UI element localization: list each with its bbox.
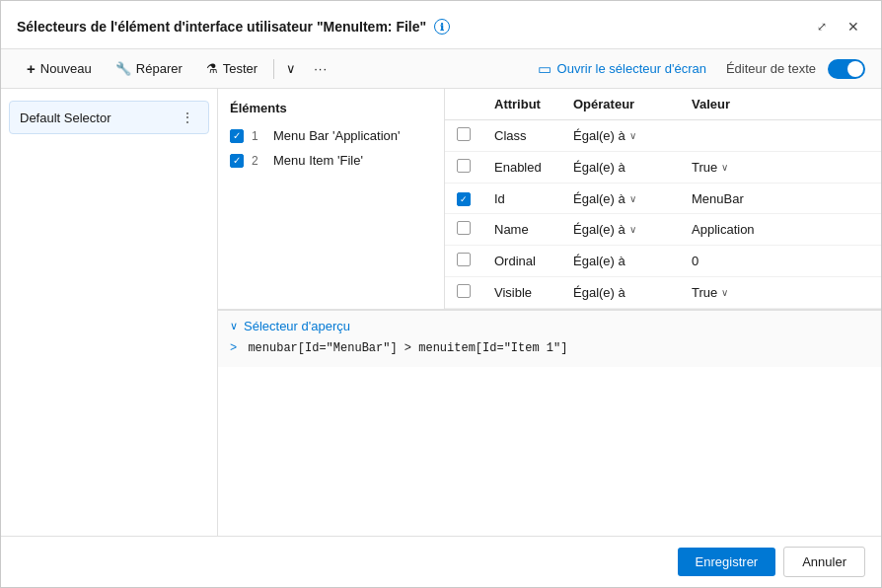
elements-panel: Éléments 1 Menu Bar 'Application' 2 Menu… <box>218 89 881 310</box>
element-2-checkbox[interactable] <box>230 154 244 168</box>
element-1-checkbox[interactable] <box>230 129 244 143</box>
preview-selector: > menubar[Id="MenuBar"] > menuitem[Id="I… <box>230 337 869 359</box>
id-operator-chevron-icon: ∨ <box>629 193 636 204</box>
name-check-cell <box>445 214 482 246</box>
visible-value-chevron-icon: ∨ <box>721 287 728 298</box>
name-operator-chevron-icon: ∨ <box>629 224 636 235</box>
visible-checkbox[interactable] <box>457 284 471 298</box>
name-value-cell: Application <box>680 214 881 246</box>
enabled-operator-select[interactable]: Égal(e) à <box>573 160 668 175</box>
main-content: Default Selector ⋮ Éléments 1 Menu Bar '… <box>1 89 881 536</box>
ordinal-value-cell: 0 <box>680 246 881 277</box>
repair-label: Réparer <box>136 61 183 76</box>
enabled-name-cell: Enabled <box>482 152 561 184</box>
title-bar-right: ⤢ ✕ <box>810 15 865 38</box>
visible-operator-cell[interactable]: Égal(e) à <box>561 277 680 309</box>
new-button[interactable]: + Nouveau <box>17 55 102 82</box>
list-item[interactable]: 1 Menu Bar 'Application' <box>218 123 444 148</box>
table-row: Id Égal(e) à ∨ MenuBar <box>445 184 881 214</box>
name-operator-select[interactable]: Égal(e) à ∨ <box>573 222 668 237</box>
cancel-button[interactable]: Annuler <box>783 547 865 577</box>
visible-operator-select[interactable]: Égal(e) à <box>573 285 668 300</box>
selector-more-button[interactable]: ⋮ <box>177 108 198 127</box>
table-row: Class Égal(e) à ∨ <box>445 120 881 152</box>
screen-selector-label: Ouvrir le sélecteur d'écran <box>557 61 706 76</box>
id-value-cell: MenuBar <box>680 184 881 214</box>
attr-name-col-header: Attribut <box>482 89 561 120</box>
dropdown-button[interactable]: ∨ <box>280 56 302 81</box>
enabled-value-chevron-icon: ∨ <box>721 162 728 173</box>
ordinal-operator-select[interactable]: Égal(e) à <box>573 254 668 268</box>
name-operator-cell[interactable]: Égal(e) à ∨ <box>561 214 680 246</box>
default-selector-item[interactable]: Default Selector ⋮ <box>9 101 209 134</box>
more-icon: ··· <box>314 61 328 76</box>
name-checkbox[interactable] <box>457 221 471 235</box>
test-icon: ⚗ <box>206 61 218 76</box>
id-operator-cell[interactable]: Égal(e) à ∨ <box>561 184 680 214</box>
preview-chevron-icon: ∨ <box>230 320 238 332</box>
preview-selector-text: menubar[Id="MenuBar"] > menuitem[Id="Ite… <box>248 341 567 355</box>
footer: Enregistrer Annuler <box>1 536 881 587</box>
id-operator-label: Égal(e) à <box>573 191 625 206</box>
class-operator-select[interactable]: Égal(e) à ∨ <box>573 128 668 143</box>
text-editor-toggle[interactable] <box>828 59 865 79</box>
visible-check-cell <box>445 277 482 309</box>
ordinal-attr-name: Ordinal <box>494 254 536 268</box>
enabled-checkbox[interactable] <box>457 159 471 173</box>
enabled-check-cell <box>445 152 482 184</box>
attributes-panel: Attribut Opérateur Valeur <box>445 89 881 309</box>
dropdown-chevron-icon: ∨ <box>286 61 296 76</box>
ordinal-check-cell <box>445 246 482 277</box>
test-button[interactable]: ⚗ Tester <box>196 56 267 81</box>
visible-value-cell: True ∨ <box>680 277 881 309</box>
element-2-num: 2 <box>252 154 265 168</box>
test-label: Tester <box>223 61 257 76</box>
id-operator-select[interactable]: Égal(e) à ∨ <box>573 191 668 206</box>
name-name-cell: Name <box>482 214 561 246</box>
elements-heading: Éléments <box>218 97 444 123</box>
class-checkbox[interactable] <box>457 127 471 141</box>
enabled-value-cell: True ∨ <box>680 152 881 184</box>
preview-header[interactable]: ∨ Sélecteur d'aperçu <box>230 319 869 333</box>
id-attr-name: Id <box>494 191 505 206</box>
enabled-operator-label: Égal(e) à <box>573 160 625 175</box>
toolbar: + Nouveau 🔧 Réparer ⚗ Tester ∨ ··· ▭ Ouv <box>1 49 881 89</box>
visible-attr-name: Visible <box>494 285 532 300</box>
info-icon[interactable]: ℹ <box>434 19 450 35</box>
enabled-operator-cell[interactable]: Égal(e) à <box>561 152 680 184</box>
resize-button[interactable]: ⤢ <box>810 15 834 38</box>
ordinal-checkbox[interactable] <box>457 253 471 266</box>
sidebar: Default Selector ⋮ <box>1 89 218 536</box>
screen-selector-button[interactable]: ▭ Ouvrir le sélecteur d'écran <box>530 56 714 82</box>
repair-button[interactable]: 🔧 Réparer <box>106 56 192 81</box>
toolbar-right: ▭ Ouvrir le sélecteur d'écran Éditeur de… <box>530 56 865 82</box>
element-2-label: Menu Item 'File' <box>273 153 363 168</box>
ordinal-operator-cell[interactable]: Égal(e) à <box>561 246 680 277</box>
dialog-title: Sélecteurs de l'élément d'interface util… <box>17 19 426 35</box>
visible-value: True <box>692 285 717 300</box>
title-bar-left: Sélecteurs de l'élément d'interface util… <box>17 19 450 35</box>
toolbar-divider <box>273 59 274 79</box>
enabled-value-select[interactable]: True ∨ <box>692 160 869 175</box>
toolbar-left: + Nouveau 🔧 Réparer ⚗ Tester ∨ ··· <box>17 55 335 82</box>
id-checkbox[interactable] <box>457 192 471 206</box>
more-button[interactable]: ··· <box>306 56 335 81</box>
id-value: MenuBar <box>692 191 744 206</box>
table-row: Visible Égal(e) à True <box>445 277 881 309</box>
table-row: Ordinal Égal(e) à 0 <box>445 246 881 277</box>
class-attr-name: Class <box>494 128 527 143</box>
id-check-cell <box>445 184 482 214</box>
attr-operator-col-header: Opérateur <box>561 89 680 120</box>
preview-section: ∨ Sélecteur d'aperçu > menubar[Id="MenuB… <box>218 310 881 367</box>
name-operator-label: Égal(e) à <box>573 222 625 237</box>
ordinal-value: 0 <box>692 254 698 268</box>
enabled-value: True <box>692 160 717 175</box>
list-item[interactable]: 2 Menu Item 'File' <box>218 148 444 173</box>
visible-value-select[interactable]: True ∨ <box>692 285 869 300</box>
table-row: Enabled Égal(e) à True <box>445 152 881 184</box>
class-name-cell: Class <box>482 120 561 152</box>
class-operator-cell[interactable]: Égal(e) à ∨ <box>561 120 680 152</box>
close-button[interactable]: ✕ <box>842 15 865 38</box>
enabled-attr-name: Enabled <box>494 160 542 175</box>
save-button[interactable]: Enregistrer <box>678 548 776 576</box>
